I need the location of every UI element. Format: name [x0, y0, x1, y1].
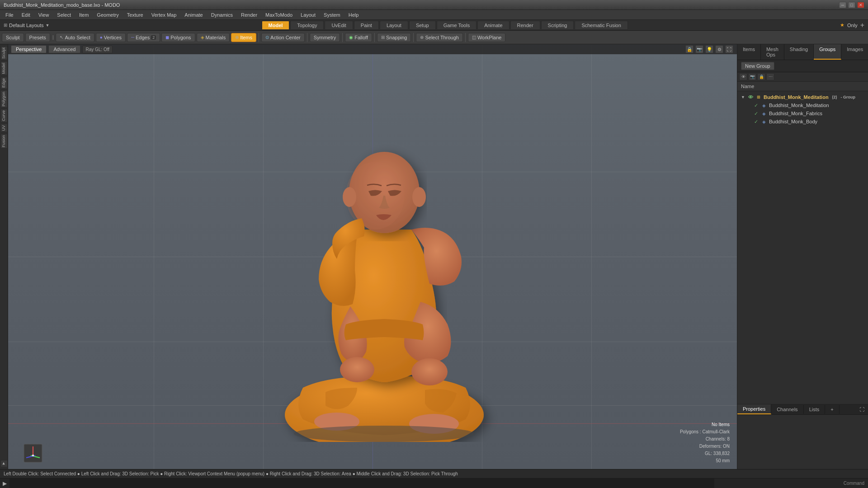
- symmetry-button[interactable]: Symmetry: [310, 33, 340, 42]
- rpanel-tab-shading[interactable]: Shading: [784, 44, 814, 60]
- vp-camera-button[interactable]: 📷: [695, 45, 703, 53]
- gmt-eye-button[interactable]: 👁: [739, 73, 747, 80]
- star-icon[interactable]: ★: [840, 22, 844, 28]
- sidebar-tab-uv[interactable]: UV: [0, 124, 8, 132]
- tab-schematicfusion[interactable]: Schematic Fusion: [575, 21, 627, 30]
- snapping-button[interactable]: ⊞ Snapping: [377, 33, 411, 42]
- tab-paint[interactable]: Paint: [354, 21, 379, 30]
- items-button[interactable]: ⊕ Items: [231, 33, 256, 42]
- sidebar-tab-bottom[interactable]: ▼: [0, 460, 8, 467]
- menu-texture[interactable]: Texture: [123, 11, 147, 19]
- group-label: Buddhist_Monk_Meditation: [764, 94, 829, 100]
- selectthrough-button[interactable]: ⊕ Select Through: [416, 33, 462, 42]
- vp-lock-button[interactable]: 🔒: [685, 45, 693, 53]
- tab-model[interactable]: Model: [262, 21, 290, 30]
- close-button[interactable]: ✕: [857, 2, 864, 8]
- layout-tabs: Model Topology UvEdit Paint Layout Setup…: [53, 21, 836, 30]
- vp-expand-button[interactable]: ⛶: [725, 45, 733, 53]
- sidebar-tab-fusion[interactable]: Fusion: [0, 134, 8, 149]
- vp-light-button[interactable]: 💡: [705, 45, 713, 53]
- lpanel-expand-button[interactable]: ⛶: [856, 405, 868, 414]
- menu-geometry[interactable]: Geometry: [93, 11, 122, 19]
- polygons-button[interactable]: ◼ Polygons: [161, 33, 195, 42]
- vp-tab-advanced[interactable]: Advanced: [48, 45, 80, 53]
- tab-setup[interactable]: Setup: [409, 21, 436, 30]
- layout-dropdown-arrow[interactable]: ▼: [45, 23, 49, 28]
- tree-item-mesh3[interactable]: ▷ ✓ ◈ Buddhist_Monk_Body: [743, 117, 868, 126]
- gmt-lock-button[interactable]: 🔒: [757, 73, 765, 80]
- presets-button[interactable]: Presets: [25, 33, 50, 42]
- menu-system[interactable]: System: [320, 11, 344, 19]
- workplane-button[interactable]: ◫ WorkPlane: [468, 33, 506, 42]
- tab-uvedit[interactable]: UvEdit: [325, 21, 353, 30]
- tree-item-group[interactable]: ▼ 👁 ⊞ Buddhist_Monk_Meditation (2) - Gro…: [737, 93, 868, 101]
- lpanel-tab-add[interactable]: +: [825, 405, 839, 414]
- vp-tab-perspective[interactable]: Perspective: [11, 45, 47, 53]
- polygons-label: Polygons: [170, 35, 191, 40]
- menu-select[interactable]: Select: [53, 11, 75, 19]
- mesh2-eye-icon[interactable]: ✓: [753, 110, 759, 117]
- new-group-button[interactable]: New Group: [741, 62, 774, 70]
- sidebar-tab-curve[interactable]: Curve: [0, 109, 8, 122]
- menu-edit[interactable]: Edit: [18, 11, 34, 19]
- add-layout-button[interactable]: +: [860, 21, 864, 29]
- menu-vertexmap[interactable]: Vertex Map: [148, 11, 180, 19]
- sidebar-tab-sculpt[interactable]: Sculpt: [0, 46, 8, 60]
- minimize-button[interactable]: ─: [839, 2, 846, 8]
- menu-layout[interactable]: Layout: [297, 11, 319, 19]
- actioncenter-button[interactable]: ⊙ Action Center: [261, 33, 305, 42]
- groups-mini-toolbar: 👁 📷 🔒 ⋯: [737, 72, 868, 82]
- menu-file[interactable]: File: [2, 11, 17, 19]
- mesh1-eye-icon[interactable]: ✓: [753, 102, 759, 108]
- menu-maxtomodo[interactable]: MaxToModo: [262, 11, 296, 19]
- menu-item[interactable]: Item: [75, 11, 92, 19]
- lpanel-tab-lists[interactable]: Lists: [804, 405, 826, 414]
- lpanel-tab-channels[interactable]: Channels: [771, 405, 803, 414]
- gmt-extra-button[interactable]: ⋯: [766, 73, 774, 80]
- lpanel-tab-properties[interactable]: Properties: [737, 404, 771, 414]
- command-bar: ▶ Command: [0, 478, 868, 488]
- group-expand-icon[interactable]: ▼: [741, 95, 745, 99]
- rpanel-tab-meshops[interactable]: Mesh Ops: [761, 44, 784, 60]
- sidebar-tab-edge[interactable]: Edge: [0, 77, 8, 89]
- materials-button[interactable]: ◈ Materials: [197, 33, 230, 42]
- mesh3-eye-icon[interactable]: ✓: [753, 118, 759, 125]
- mesh3-label: Buddhist_Monk_Body: [769, 119, 817, 124]
- rpanel-tab-groups[interactable]: Groups: [814, 44, 841, 60]
- sculpt-button[interactable]: Sculpt: [2, 33, 24, 42]
- menu-render[interactable]: Render: [237, 11, 261, 19]
- vp-settings-button[interactable]: ⚙: [715, 45, 723, 53]
- vp-status-raygl[interactable]: Ray GL: Off: [82, 46, 113, 53]
- menu-view[interactable]: View: [35, 11, 53, 19]
- rpanel-tab-items[interactable]: Items: [737, 44, 761, 60]
- menu-animate[interactable]: Animate: [181, 11, 206, 19]
- tree-item-mesh2[interactable]: ▷ ✓ ◈ Buddhist_Monk_Fabrics: [743, 109, 868, 117]
- maximize-button[interactable]: □: [848, 2, 855, 8]
- deformers-info: Deformers: ON: [680, 443, 730, 450]
- group-eye-icon[interactable]: 👁: [747, 94, 754, 100]
- edges-count: 2: [151, 35, 156, 40]
- command-label: Command: [714, 481, 868, 486]
- tab-topology[interactable]: Topology: [290, 21, 324, 30]
- autoselect-icon: ↖: [60, 35, 63, 40]
- tab-render[interactable]: Render: [510, 21, 540, 30]
- falloff-button[interactable]: ◉ Falloff: [345, 33, 372, 42]
- tree-item-mesh1[interactable]: ▷ ✓ ◈ Buddhist_Monk_Meditation: [743, 101, 868, 109]
- vertices-button[interactable]: ● Vertices: [96, 33, 126, 42]
- menu-dynamics[interactable]: Dynamics: [208, 11, 236, 19]
- only-button[interactable]: Only: [847, 23, 858, 28]
- tab-animate[interactable]: Animate: [477, 21, 509, 30]
- autoselect-button[interactable]: ↖ Auto Select: [56, 33, 94, 42]
- command-input[interactable]: [9, 479, 714, 488]
- sidebar-tab-model[interactable]: Model: [0, 61, 8, 75]
- menu-help[interactable]: Help: [345, 11, 363, 19]
- layout-label[interactable]: Default Layouts: [9, 23, 43, 28]
- viewport[interactable]: Perspective Advanced Ray GL: Off 🔒 📷 💡 ⚙…: [8, 44, 737, 469]
- tab-gametools[interactable]: Game Tools: [437, 21, 477, 30]
- sidebar-tab-polygon[interactable]: Polygon: [0, 90, 8, 108]
- rpanel-tab-images[interactable]: Images: [841, 44, 868, 60]
- tab-layout[interactable]: Layout: [380, 21, 408, 30]
- tab-scripting[interactable]: Scripting: [541, 21, 574, 30]
- edges-button[interactable]: ─ Edges 2: [127, 33, 160, 42]
- gmt-camera-button[interactable]: 📷: [748, 73, 756, 80]
